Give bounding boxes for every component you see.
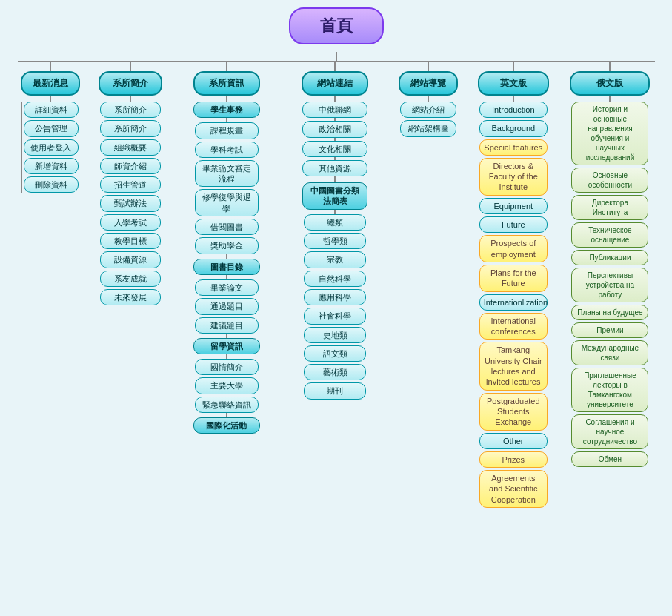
info-g0-item-1[interactable]: 學科考試 <box>195 142 259 158</box>
intro-item-0[interactable]: 系所簡介 <box>100 102 161 118</box>
links-g4-item-3[interactable]: 自然科學 <box>304 271 366 287</box>
news-item-2[interactable]: 使用者登入 <box>24 139 79 156</box>
guide-item-1[interactable]: 網站架構圖 <box>400 120 456 136</box>
en-item-3[interactable]: Directors & Faculty of the Institute <box>479 158 548 196</box>
info-group-3-header[interactable]: 國際化活動 <box>193 417 260 434</box>
links-g4-item-2[interactable]: 宗教 <box>304 251 366 268</box>
links-g4-item-5[interactable]: 社會科學 <box>304 308 366 324</box>
news-item-1[interactable]: 公告管理 <box>24 120 79 136</box>
news-header[interactable]: 最新消息 <box>21 71 80 96</box>
guide-item-0[interactable]: 網站介紹 <box>400 102 456 118</box>
root-label[interactable]: 首頁 <box>289 7 384 44</box>
en-item-13[interactable]: Prizes <box>479 451 548 468</box>
root-connector <box>336 52 337 61</box>
intro-item-9[interactable]: 系友成就 <box>100 271 161 287</box>
info-g1-item-1[interactable]: 通過題目 <box>195 298 259 314</box>
news-item-0[interactable]: 詳細資料 <box>24 102 79 118</box>
links-g4-item-6[interactable]: 史地類 <box>304 327 366 343</box>
info-g1-item-2[interactable]: 建議題目 <box>195 317 259 334</box>
info-g1-item-0[interactable]: 畢業論文 <box>195 279 259 296</box>
column-headers-row: 最新消息 詳細資料 公告管理 使用者登入 新增資料 刪除資料 系所簡介 系所簡介… <box>18 62 655 508</box>
en-item-5[interactable]: Future <box>479 216 548 233</box>
info-g0-item-3[interactable]: 修學復學與退學 <box>195 189 259 216</box>
en-item-9[interactable]: International conferences <box>479 313 548 340</box>
intro-item-1[interactable]: 系所簡介 <box>100 120 161 136</box>
links-g4-item-0[interactable]: 總類 <box>304 214 366 231</box>
links-g4-item-1[interactable]: 哲學類 <box>304 233 366 249</box>
en-item-2[interactable]: Special features <box>479 139 548 156</box>
info-g2-item-0[interactable]: 國情簡介 <box>195 359 259 375</box>
ru-item-9[interactable]: Приглашенные лекторы в Тамкангском униве… <box>571 368 648 412</box>
links-g0-header[interactable]: 中俄聯網 <box>302 102 367 118</box>
info-g2-item-2[interactable]: 緊急聯絡資訊 <box>195 397 259 413</box>
links-g1-header[interactable]: 政治相關 <box>302 121 367 137</box>
col-links: 網站連結 中俄聯網 政治相關 文化相關 其他資源 中國圖書分類法簡表 總類 哲學… <box>287 62 383 508</box>
en-item-0[interactable]: Introduction <box>479 102 548 118</box>
info-g0-item-0[interactable]: 課程規畫 <box>195 122 259 139</box>
root-node: 首頁 <box>289 7 384 44</box>
col-intro: 系所簡介 系所簡介 系所簡介 組織概要 師資介紹 招生管道 甄試辦法 入學考試 … <box>95 62 166 508</box>
english-header[interactable]: 英文版 <box>478 71 549 96</box>
en-item-14[interactable]: Agreements and Scientific Cooperation <box>479 470 548 508</box>
ru-item-7[interactable]: Премии <box>571 322 648 338</box>
intro-item-4[interactable]: 招生管道 <box>100 176 161 193</box>
ru-item-10[interactable]: Соглашения и научное сотрудничество <box>571 414 648 449</box>
col-info: 系所資訊 學生事務 課程規畫 學科考試 畢業論文審定流程 修學復學與退學 借閱圖… <box>179 62 275 508</box>
ru-item-8[interactable]: Международные связи <box>571 340 648 365</box>
links-g4-item-8[interactable]: 藝術類 <box>304 364 366 380</box>
ru-item-6[interactable]: Планы на будущее <box>571 305 648 320</box>
ru-item-1[interactable]: Основные особенности <box>571 168 648 193</box>
news-item-4[interactable]: 刪除資料 <box>24 176 79 193</box>
info-header[interactable]: 系所資訊 <box>193 71 260 96</box>
links-g4-item-7[interactable]: 語文類 <box>304 345 366 362</box>
main-horizontal-line <box>18 61 655 62</box>
links-header[interactable]: 網站連結 <box>302 71 368 96</box>
en-item-11[interactable]: Postgraduated Students Exchange <box>479 393 548 431</box>
ru-item-0[interactable]: История и основные направления обучения … <box>571 102 648 165</box>
info-group-1-header[interactable]: 圖書目錄 <box>193 259 260 275</box>
info-g2-item-1[interactable]: 主要大學 <box>195 377 259 394</box>
info-group-0-header[interactable]: 學生事務 <box>193 102 260 118</box>
en-item-8[interactable]: Internationlization <box>479 294 548 311</box>
en-item-7[interactable]: Plans for the Future <box>479 265 548 292</box>
intro-item-5[interactable]: 甄試辦法 <box>100 195 161 211</box>
intro-item-8[interactable]: 設備資源 <box>100 251 161 268</box>
en-item-1[interactable]: Background <box>479 120 548 136</box>
col-english: 英文版 Introduction Background Special feat… <box>473 62 553 508</box>
ru-item-11[interactable]: Обмен <box>571 451 648 467</box>
en-item-4[interactable]: Equipment <box>479 198 548 214</box>
col-russian: 俄文版 История и основные направления обуче… <box>565 62 654 508</box>
tree-root: 首頁 最新消息 詳細資料 公告管理 使用者登入 新增資料 刪除資料 <box>14 7 659 508</box>
intro-item-3[interactable]: 師資介紹 <box>100 158 161 174</box>
intro-item-10[interactable]: 未來發展 <box>100 289 161 305</box>
ru-item-2[interactable]: Директора Института <box>571 195 648 220</box>
ru-item-4[interactable]: Публикации <box>571 250 648 265</box>
intro-item-2[interactable]: 組織概要 <box>100 139 161 156</box>
info-g0-item-4[interactable]: 借閱圖書 <box>195 219 259 235</box>
info-group-2-header[interactable]: 留學資訊 <box>193 338 260 354</box>
links-g4-header[interactable]: 中國圖書分類法簡表 <box>302 182 367 210</box>
intro-item-7[interactable]: 教學目標 <box>100 233 161 249</box>
col-guide: 網站導覽 網站介紹 網站架構圖 <box>396 62 461 508</box>
en-item-12[interactable]: Other <box>479 433 548 449</box>
russian-header[interactable]: 俄文版 <box>570 71 650 96</box>
en-item-10[interactable]: Tamkang University Chair lectures and in… <box>479 342 548 390</box>
intro-header[interactable]: 系所簡介 <box>99 71 162 96</box>
links-g2-header[interactable]: 文化相關 <box>302 141 367 157</box>
info-g0-item-5[interactable]: 獎助學金 <box>195 237 259 254</box>
info-g0-item-2[interactable]: 畢業論文審定流程 <box>195 160 259 188</box>
links-g4-item-4[interactable]: 應用科學 <box>304 289 366 305</box>
en-item-6[interactable]: Prospects of employment <box>479 235 548 262</box>
guide-header[interactable]: 網站導覽 <box>399 71 458 96</box>
ru-item-5[interactable]: Перспективы устройства на работу <box>571 268 648 302</box>
news-item-3[interactable]: 新增資料 <box>24 158 79 174</box>
links-g3-header[interactable]: 其他資源 <box>302 160 367 176</box>
links-g4-item-9[interactable]: 期刊 <box>304 382 366 399</box>
col-news: 最新消息 詳細資料 公告管理 使用者登入 新增資料 刪除資料 <box>18 62 83 508</box>
intro-item-6[interactable]: 入學考試 <box>100 214 161 231</box>
ru-item-3[interactable]: Техническое оснащение <box>571 222 648 248</box>
